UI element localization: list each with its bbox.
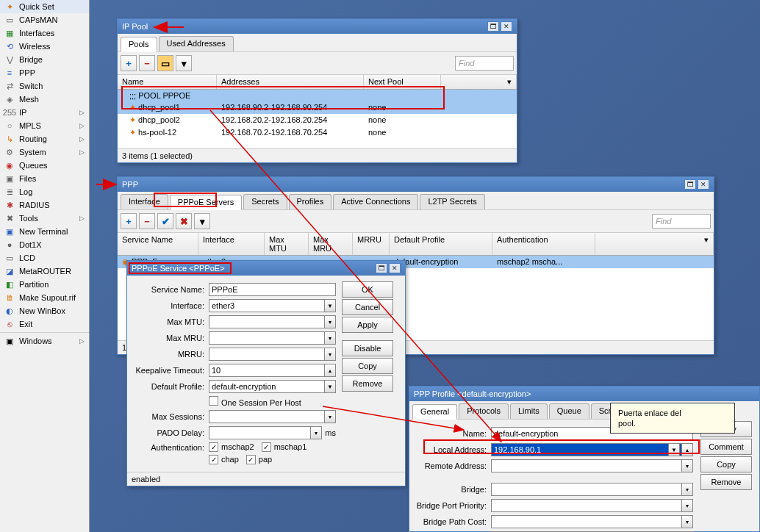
sidebar-item-metarouter[interactable]: ◪MetaROUTER xyxy=(0,265,89,278)
close-button[interactable]: ✕ xyxy=(698,179,709,190)
pap-checkbox[interactable]: ✓ xyxy=(246,455,256,464)
sidebar-item-queues[interactable]: ◉Queues xyxy=(0,159,89,172)
titlebar-ppp-profile[interactable]: PPP Profile <default-encryption> xyxy=(409,387,759,401)
max-mru-input[interactable] xyxy=(209,331,336,345)
sidebar-item-mesh[interactable]: ◈Mesh xyxy=(0,93,89,106)
bridge-path-cost-input[interactable] xyxy=(491,515,693,528)
sidebar-item-ip[interactable]: 255IP▷ xyxy=(0,106,89,119)
titlebar-ip-pool[interactable]: IP Pool 🗖 ✕ xyxy=(118,19,517,34)
disable-button[interactable]: Disable xyxy=(342,340,393,356)
disable-button[interactable]: ✖ xyxy=(176,213,192,229)
sidebar-windows[interactable]: ▣ Windows ▷ xyxy=(0,334,89,348)
sidebar-item-new-winbox[interactable]: ◐New WinBox xyxy=(0,304,89,317)
sidebar-item-capsman[interactable]: ▭CAPsMAN xyxy=(0,13,89,26)
tab-active-connections[interactable]: Active Connections xyxy=(333,194,418,209)
tab-pools[interactable]: Pools xyxy=(121,37,157,52)
restore-button[interactable]: 🗖 xyxy=(376,263,387,273)
spinner-icon[interactable]: ▾ xyxy=(324,331,336,345)
spinner-icon[interactable]: ▾ xyxy=(310,426,322,439)
tab-l2tp-secrets[interactable]: L2TP Secrets xyxy=(420,194,484,209)
sidebar-item-wireless[interactable]: ⟲Wireless xyxy=(0,40,89,53)
pado-delay-input[interactable] xyxy=(209,426,322,439)
remove-button[interactable]: Remove xyxy=(700,474,752,490)
close-button[interactable]: ✕ xyxy=(501,21,512,32)
spinner-icon[interactable]: ▾ xyxy=(681,483,693,496)
ok-button[interactable]: OK xyxy=(342,281,393,298)
bridge-port-priority-input[interactable] xyxy=(491,499,693,512)
table-row[interactable]: ✦ dhcp_pool1 192.168.90.2-192.168.90.254… xyxy=(118,101,517,114)
tab-secrets[interactable]: Secrets xyxy=(243,194,287,209)
sidebar-item-log[interactable]: ≣Log xyxy=(0,185,89,198)
mrru-input[interactable] xyxy=(209,348,336,361)
local-address-input[interactable] xyxy=(491,443,693,456)
table-row[interactable]: ✦ dhcp_pool2 192.168.20.2-192.168.20.254… xyxy=(118,114,517,126)
sidebar-item-system[interactable]: ⚙System▷ xyxy=(0,145,89,159)
comment-button[interactable]: ▭ xyxy=(157,55,173,71)
max-mtu-input[interactable] xyxy=(209,315,336,328)
sidebar-item-routing[interactable]: ↳Routing▷ xyxy=(0,132,89,145)
col-profile[interactable]: Default Profile xyxy=(390,233,492,255)
col-auth[interactable]: Authentication xyxy=(492,233,595,255)
bridge-input[interactable] xyxy=(491,483,693,496)
tab-general[interactable]: General xyxy=(412,404,457,420)
tab-used-addresses[interactable]: Used Addresses xyxy=(159,36,234,51)
col-name[interactable]: Name xyxy=(118,75,217,89)
tab-protocols[interactable]: Protocols xyxy=(459,403,509,419)
sidebar-item-exit[interactable]: ⎋Exit xyxy=(0,317,89,331)
add-button[interactable]: + xyxy=(121,213,137,229)
titlebar-ppp[interactable]: PPP 🗖 ✕ xyxy=(118,177,714,192)
chap-checkbox[interactable]: ✓ xyxy=(209,455,218,464)
col-mrru[interactable]: MRRU xyxy=(353,233,390,255)
table-row[interactable]: ✦ hs-pool-12 192.168.70.2-192.168.70.254… xyxy=(118,126,517,139)
remove-button[interactable]: − xyxy=(139,55,155,71)
titlebar-pppoe-service[interactable]: PPPoE Service <PPPoE> 🗖 ✕ xyxy=(127,261,405,276)
col-menu[interactable]: ▾ xyxy=(441,75,517,89)
sidebar-item-lcd[interactable]: ▭LCD xyxy=(0,251,89,265)
apply-button[interactable]: Apply xyxy=(342,317,393,333)
group-row[interactable]: ;;; POOL PPPOE xyxy=(118,90,517,101)
tab-interface[interactable]: Interface xyxy=(121,194,168,209)
tab-pppoe-servers[interactable]: PPPoE Servers xyxy=(170,195,242,210)
tab-profiles[interactable]: Profiles xyxy=(289,194,332,209)
sidebar-item-switch[interactable]: ⇄Switch xyxy=(0,79,89,93)
sidebar-item-dot1x[interactable]: ●Dot1X xyxy=(0,238,89,251)
enable-button[interactable]: ✔ xyxy=(157,213,173,229)
tab-queue[interactable]: Queue xyxy=(549,403,589,419)
sidebar-item-tools[interactable]: ✖Tools▷ xyxy=(0,212,89,225)
spinner-icon[interactable]: ▾ xyxy=(681,515,693,528)
col-mru[interactable]: Max MRU xyxy=(309,233,353,255)
tab-limits[interactable]: Limits xyxy=(510,403,548,419)
cancel-button[interactable]: Cancel xyxy=(342,299,393,315)
spinner-icon[interactable]: ▾ xyxy=(681,459,693,472)
spinner-icon[interactable]: ▾ xyxy=(324,348,336,361)
one-session-checkbox[interactable] xyxy=(209,396,218,406)
sidebar-item-make-supout.rif[interactable]: 🗎Make Supout.rif xyxy=(0,291,89,304)
spinner-icon[interactable]: ▾ xyxy=(324,315,336,328)
filter-button[interactable]: ▾ xyxy=(194,213,210,229)
spinner-icon[interactable]: ▾ xyxy=(681,499,693,512)
sidebar-item-partition[interactable]: ◧Partition xyxy=(0,278,89,291)
spinner-icon[interactable]: ▴ xyxy=(324,364,336,377)
copy-button[interactable]: Copy xyxy=(700,456,752,472)
col-nextpool[interactable]: Next Pool xyxy=(364,75,441,89)
dropdown-icon[interactable]: ▼ xyxy=(324,380,336,393)
restore-button[interactable]: 🗖 xyxy=(487,21,499,32)
remove-button[interactable]: Remove xyxy=(342,375,393,392)
sidebar-item-quick-set[interactable]: ✦Quick Set xyxy=(0,0,89,13)
sidebar-item-new-terminal[interactable]: ▣New Terminal xyxy=(0,225,89,238)
default-profile-input[interactable] xyxy=(209,380,336,393)
mschap2-checkbox[interactable]: ✓ xyxy=(209,442,218,452)
sidebar-item-radius[interactable]: ✱RADIUS xyxy=(0,198,89,212)
keepalive-input[interactable] xyxy=(209,364,336,377)
remote-address-input[interactable] xyxy=(491,459,693,472)
sidebar-item-ppp[interactable]: ≡PPP xyxy=(0,66,89,79)
up-icon[interactable]: ▴ xyxy=(681,443,693,456)
col-service[interactable]: Service Name xyxy=(118,233,198,255)
max-sessions-input[interactable] xyxy=(209,410,336,423)
interface-input[interactable] xyxy=(209,299,336,312)
service-name-input[interactable] xyxy=(209,283,336,296)
sidebar-item-interfaces[interactable]: ▦Interfaces xyxy=(0,26,89,40)
sidebar-item-files[interactable]: ▣Files xyxy=(0,172,89,185)
sidebar-item-bridge[interactable]: ⋁Bridge xyxy=(0,53,89,66)
sidebar-item-mpls[interactable]: ○MPLS▷ xyxy=(0,119,89,132)
